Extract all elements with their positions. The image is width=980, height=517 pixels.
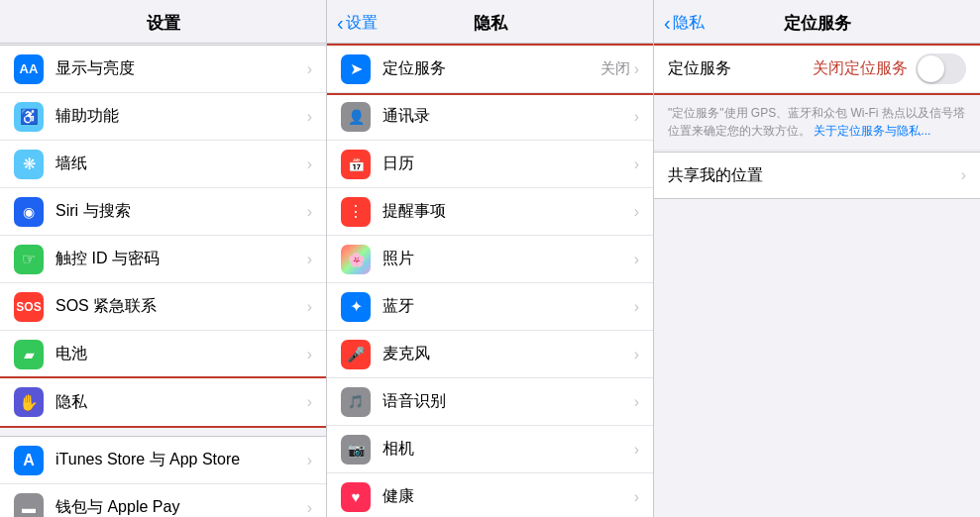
sidebar-item-sos[interactable]: SOS SOS 紧急联系 › [0,283,326,331]
photos-label: 照片 [382,249,634,269]
sos-chevron: › [307,298,312,316]
sidebar-item-display[interactable]: AA 显示与亮度 › [0,46,326,93]
itunes-chevron: › [307,452,312,469]
calendar-chevron: › [634,155,639,173]
mid-title: 隐私 [474,12,507,35]
mid-section: ➤ 定位服务 关闭 › 👤 通讯录 › 📅 日历 › ⋮ 提醒事项 [327,45,653,517]
privacy-icon: ✋ [14,387,44,417]
location-toggle[interactable] [916,53,966,84]
mid-item-reminders[interactable]: ⋮ 提醒事项 › [327,188,653,236]
mid-column: ‹ 设置 隐私 ➤ 定位服务 关闭 › 👤 通讯录 › 📅 [327,0,654,517]
right-column: ‹ 隐私 定位服务 定位服务 关闭定位服务 "定位服务"使用 GPS、蓝牙和众包… [654,0,980,517]
left-section-1: AA 显示与亮度 › ♿ 辅助功能 › ❋ 墙纸 › ◉ Siri 与搜索 › [0,45,326,427]
wallet-label: 钱包与 Apple Pay [55,497,307,517]
siri-chevron: › [307,203,312,221]
sidebar-item-siri[interactable]: ◉ Siri 与搜索 › [0,188,326,236]
mid-item-microphone[interactable]: 🎤 麦克风 › [327,331,653,378]
location-description: "定位服务"使用 GPS、蓝牙和众包 Wi-Fi 热点以及信号塔位置来确定您的大… [654,94,980,151]
location-toggle-row: 定位服务 关闭定位服务 [654,46,980,93]
mid-back-label: 设置 [346,13,378,34]
privacy-chevron: › [307,393,312,411]
sidebar-item-wallet[interactable]: ▬ 钱包与 Apple Pay › [0,484,326,517]
speech-icon: 🎵 [341,387,371,417]
wallet-chevron: › [307,499,312,517]
mid-item-camera[interactable]: 📷 相机 › [327,426,653,473]
wallpaper-icon: ❋ [14,150,44,179]
camera-label: 相机 [382,439,634,460]
left-header: 设置 [0,0,326,44]
mid-item-calendar[interactable]: 📅 日历 › [327,141,653,188]
bluetooth-label: 蓝牙 [382,296,634,317]
health-chevron: › [634,488,639,506]
microphone-icon: 🎤 [341,340,371,369]
wallpaper-chevron: › [307,155,312,173]
mid-item-bluetooth[interactable]: ✦ 蓝牙 › [327,283,653,331]
sidebar-item-privacy[interactable]: ✋ 隐私 › [0,378,326,426]
sos-label: SOS 紧急联系 [55,296,307,317]
sidebar-item-wallpaper[interactable]: ❋ 墙纸 › [0,141,326,188]
accessibility-label: 辅助功能 [55,106,307,127]
contacts-icon: 👤 [341,102,371,132]
sidebar-item-touchid[interactable]: ☞ 触控 ID 与密码 › [0,236,326,283]
contacts-chevron: › [634,108,639,126]
calendar-icon: 📅 [341,150,371,179]
battery-label: 电池 [55,344,307,364]
itunes-label: iTunes Store 与 App Store [55,450,307,470]
wallet-icon: ▬ [14,493,44,518]
privacy-label: 隐私 [55,392,307,413]
accessibility-icon: ♿ [14,102,44,132]
right-header: ‹ 隐私 定位服务 [654,0,980,44]
mid-item-health[interactable]: ♥ 健康 › [327,473,653,517]
health-label: 健康 [382,486,634,507]
mid-item-speech[interactable]: 🎵 语音识别 › [327,378,653,426]
itunes-icon: A [14,446,44,475]
left-list: AA 显示与亮度 › ♿ 辅助功能 › ❋ 墙纸 › ◉ Siri 与搜索 › [0,44,326,517]
back-chevron-icon: ‹ [337,12,344,35]
mid-item-photos[interactable]: 🌸 照片 › [327,236,653,283]
mid-list: ➤ 定位服务 关闭 › 👤 通讯录 › 📅 日历 › ⋮ 提醒事项 [327,44,653,517]
contacts-label: 通讯录 [382,106,634,127]
reminders-chevron: › [634,203,639,221]
mid-item-location[interactable]: ➤ 定位服务 关闭 › [327,46,653,93]
microphone-chevron: › [634,346,639,363]
share-location-row[interactable]: 共享我的位置 › [654,152,980,199]
sos-icon: SOS [14,292,44,322]
location-service-label: 定位服务 [668,58,805,79]
battery-icon: ▰ [14,340,44,369]
touchid-label: 触控 ID 与密码 [55,249,307,269]
display-label: 显示与亮度 [55,58,307,79]
reminders-label: 提醒事项 [382,201,634,222]
right-title: 定位服务 [784,12,851,35]
bluetooth-chevron: › [634,298,639,316]
share-location-label: 共享我的位置 [668,165,961,186]
right-back-chevron-icon: ‹ [664,12,671,35]
location-label: 定位服务 [382,58,600,79]
mid-back-button[interactable]: ‹ 设置 [337,12,378,35]
accessibility-chevron: › [307,108,312,126]
right-back-label: 隐私 [673,13,705,34]
close-location-label: 关闭定位服务 [813,58,908,79]
wallpaper-label: 墙纸 [55,154,307,174]
sidebar-item-itunes[interactable]: A iTunes Store 与 App Store › [0,437,326,484]
location-chevron: › [634,60,639,78]
right-back-button[interactable]: ‹ 隐私 [664,12,705,35]
photos-chevron: › [634,251,639,268]
calendar-label: 日历 [382,154,634,174]
siri-icon: ◉ [14,197,44,227]
sidebar-item-accessibility[interactable]: ♿ 辅助功能 › [0,93,326,141]
sidebar-item-battery[interactable]: ▰ 电池 › [0,331,326,378]
location-toggle-section: 定位服务 关闭定位服务 [654,45,980,94]
camera-chevron: › [634,441,639,459]
bluetooth-icon: ✦ [341,292,371,322]
left-column: 设置 AA 显示与亮度 › ♿ 辅助功能 › ❋ 墙纸 › ◉ [0,0,327,517]
touchid-chevron: › [307,251,312,268]
photos-icon: 🌸 [341,245,371,274]
battery-chevron: › [307,346,312,363]
share-location-chevron: › [961,166,966,184]
left-section-2: A iTunes Store 与 App Store › ▬ 钱包与 Apple… [0,436,326,517]
mid-header: ‹ 设置 隐私 [327,0,653,44]
mid-item-contacts[interactable]: 👤 通讯录 › [327,93,653,141]
reminders-icon: ⋮ [341,197,371,227]
left-title: 设置 [147,12,180,35]
description-link[interactable]: 关于定位服务与隐私... [814,124,930,138]
